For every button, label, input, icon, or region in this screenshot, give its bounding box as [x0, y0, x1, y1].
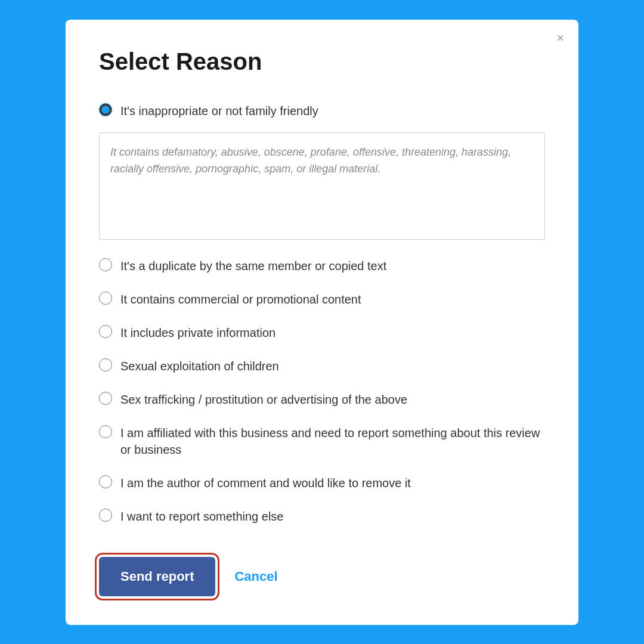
reason-label-1: It's inappropriate or not family friendl… — [120, 103, 318, 119]
reason-label-7: I am affiliated with this business and n… — [120, 425, 545, 458]
reason-radio-2[interactable] — [99, 258, 112, 271]
reason-option-4[interactable]: It includes private information — [99, 316, 545, 349]
reason-label-6: Sex trafficking / prostitution or advert… — [120, 391, 407, 408]
reason-label-4: It includes private information — [120, 324, 275, 341]
cancel-button[interactable]: Cancel — [234, 569, 277, 584]
reason-radio-4[interactable] — [99, 325, 112, 338]
reason-radio-5[interactable] — [99, 358, 112, 371]
reason-list: It's inappropriate or not family friendl… — [99, 94, 545, 533]
close-button[interactable]: × — [556, 32, 564, 45]
reason-option-8[interactable]: I am the author of comment and would lik… — [99, 466, 545, 500]
reason-radio-7[interactable] — [99, 425, 112, 438]
reason-option-3[interactable]: It contains commercial or promotional co… — [99, 283, 545, 316]
reason-radio-6[interactable] — [99, 392, 112, 405]
reason-radio-8[interactable] — [99, 475, 112, 488]
modal-title: Select Reason — [99, 48, 545, 75]
reason-option-1[interactable]: It's inappropriate or not family friendl… — [99, 94, 545, 128]
reason-option-2[interactable]: It's a duplicate by the same member or c… — [99, 249, 545, 283]
reason-radio-3[interactable] — [99, 292, 112, 305]
send-report-button[interactable]: Send report — [99, 557, 215, 596]
reason-option-6[interactable]: Sex trafficking / prostitution or advert… — [99, 383, 545, 416]
reason-label-3: It contains commercial or promotional co… — [120, 291, 361, 308]
action-buttons: Send report Cancel — [99, 557, 545, 596]
reason-description-box: It contains defamatory, abusive, obscene… — [99, 132, 545, 240]
reason-radio-1[interactable] — [99, 103, 112, 116]
reason-label-8: I am the author of comment and would lik… — [120, 475, 411, 491]
report-modal: × Select Reason It's inappropriate or no… — [66, 20, 578, 625]
reason-option-5[interactable]: Sexual exploitation of children — [99, 349, 545, 383]
reason-radio-9[interactable] — [99, 509, 112, 522]
reason-label-9: I want to report something else — [120, 508, 283, 525]
reason-label-2: It's a duplicate by the same member or c… — [120, 258, 386, 274]
reason-option-9[interactable]: I want to report something else — [99, 500, 545, 533]
reason-label-5: Sexual exploitation of children — [120, 358, 279, 374]
reason-option-7[interactable]: I am affiliated with this business and n… — [99, 416, 545, 466]
textarea-placeholder-text: It contains defamatory, abusive, obscene… — [110, 146, 511, 175]
